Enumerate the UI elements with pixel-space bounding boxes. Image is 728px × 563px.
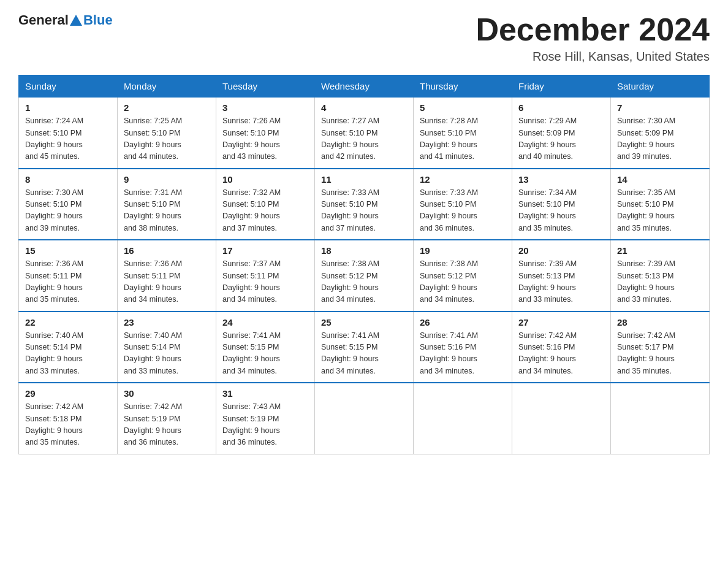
calendar-cell: 21 Sunrise: 7:39 AMSunset: 5:13 PMDaylig… [611,240,710,312]
day-info: Sunrise: 7:42 AMSunset: 5:16 PMDaylight:… [518,331,577,375]
day-number: 24 [222,317,308,327]
calendar-title: December 2024 [476,12,710,47]
day-info: Sunrise: 7:24 AMSunset: 5:10 PMDaylight:… [25,117,83,161]
day-info: Sunrise: 7:37 AMSunset: 5:11 PMDaylight:… [222,259,281,304]
calendar-cell: 30 Sunrise: 7:42 AMSunset: 5:19 PMDaylig… [118,383,216,454]
day-info: Sunrise: 7:35 AMSunset: 5:10 PMDaylight:… [617,188,675,232]
day-header-saturday: Saturday [611,75,710,97]
day-number: 25 [321,317,407,327]
calendar-cell: 7 Sunrise: 7:30 AMSunset: 5:09 PMDayligh… [611,97,710,169]
calendar-week-row: 8 Sunrise: 7:30 AMSunset: 5:10 PMDayligh… [19,169,710,240]
calendar-cell: 16 Sunrise: 7:36 AMSunset: 5:11 PMDaylig… [118,240,216,312]
day-header-tuesday: Tuesday [216,75,315,97]
day-info: Sunrise: 7:42 AMSunset: 5:19 PMDaylight:… [124,402,182,446]
day-number: 29 [25,388,111,399]
logo: General Blue [18,12,113,28]
calendar-cell: 18 Sunrise: 7:38 AMSunset: 5:12 PMDaylig… [315,240,414,312]
day-number: 6 [518,102,604,113]
day-info: Sunrise: 7:39 AMSunset: 5:13 PMDaylight:… [617,259,675,304]
calendar-cell: 4 Sunrise: 7:27 AMSunset: 5:10 PMDayligh… [315,97,414,169]
calendar-cell: 3 Sunrise: 7:26 AMSunset: 5:10 PMDayligh… [216,97,315,169]
day-number: 19 [420,245,506,256]
day-info: Sunrise: 7:40 AMSunset: 5:14 PMDaylight:… [124,331,182,375]
day-info: Sunrise: 7:33 AMSunset: 5:10 PMDaylight:… [420,188,478,232]
day-number: 5 [420,102,506,113]
calendar-cell [512,383,611,454]
day-number: 8 [25,174,111,185]
day-number: 17 [222,245,308,256]
calendar-week-row: 29 Sunrise: 7:42 AMSunset: 5:18 PMDaylig… [19,383,710,454]
day-number: 16 [124,245,210,256]
day-header-thursday: Thursday [414,75,512,97]
calendar-body: 1 Sunrise: 7:24 AMSunset: 5:10 PMDayligh… [19,97,710,454]
day-number: 12 [420,174,506,185]
calendar-cell: 25 Sunrise: 7:41 AMSunset: 5:15 PMDaylig… [315,312,414,383]
calendar-cell: 29 Sunrise: 7:42 AMSunset: 5:18 PMDaylig… [19,383,118,454]
day-header-friday: Friday [512,75,611,97]
day-number: 4 [321,102,407,113]
calendar-cell: 9 Sunrise: 7:31 AMSunset: 5:10 PMDayligh… [118,169,216,240]
calendar-week-row: 1 Sunrise: 7:24 AMSunset: 5:10 PMDayligh… [19,97,710,169]
day-info: Sunrise: 7:39 AMSunset: 5:13 PMDaylight:… [518,259,577,304]
day-info: Sunrise: 7:41 AMSunset: 5:15 PMDaylight:… [222,331,281,375]
day-info: Sunrise: 7:27 AMSunset: 5:10 PMDaylight:… [321,117,379,161]
calendar-week-row: 15 Sunrise: 7:36 AMSunset: 5:11 PMDaylig… [19,240,710,312]
day-info: Sunrise: 7:28 AMSunset: 5:10 PMDaylight:… [420,117,478,161]
logo-general: General [18,12,69,28]
calendar-cell: 2 Sunrise: 7:25 AMSunset: 5:10 PMDayligh… [118,97,216,169]
calendar-header-row: SundayMondayTuesdayWednesdayThursdayFrid… [19,75,710,97]
day-info: Sunrise: 7:25 AMSunset: 5:10 PMDaylight:… [124,117,182,161]
calendar-cell: 8 Sunrise: 7:30 AMSunset: 5:10 PMDayligh… [19,169,118,240]
day-info: Sunrise: 7:30 AMSunset: 5:09 PMDaylight:… [617,117,675,161]
day-number: 2 [124,102,210,113]
calendar-cell: 28 Sunrise: 7:42 AMSunset: 5:17 PMDaylig… [611,312,710,383]
calendar-cell: 23 Sunrise: 7:40 AMSunset: 5:14 PMDaylig… [118,312,216,383]
calendar-cell: 17 Sunrise: 7:37 AMSunset: 5:11 PMDaylig… [216,240,315,312]
day-number: 3 [222,102,308,113]
day-number: 20 [518,245,604,256]
calendar-cell: 12 Sunrise: 7:33 AMSunset: 5:10 PMDaylig… [414,169,512,240]
calendar-cell: 11 Sunrise: 7:33 AMSunset: 5:10 PMDaylig… [315,169,414,240]
day-info: Sunrise: 7:41 AMSunset: 5:15 PMDaylight:… [321,331,379,375]
day-number: 21 [617,245,703,256]
calendar-cell: 5 Sunrise: 7:28 AMSunset: 5:10 PMDayligh… [414,97,512,169]
day-number: 1 [25,102,111,113]
day-number: 10 [222,174,308,185]
calendar-cell [315,383,414,454]
calendar-cell: 6 Sunrise: 7:29 AMSunset: 5:09 PMDayligh… [512,97,611,169]
day-number: 14 [617,174,703,185]
calendar-cell [414,383,512,454]
day-info: Sunrise: 7:43 AMSunset: 5:19 PMDaylight:… [222,402,281,446]
calendar-cell [611,383,710,454]
calendar-cell: 26 Sunrise: 7:41 AMSunset: 5:16 PMDaylig… [414,312,512,383]
day-number: 26 [420,317,506,327]
day-info: Sunrise: 7:29 AMSunset: 5:09 PMDaylight:… [518,117,577,161]
day-info: Sunrise: 7:38 AMSunset: 5:12 PMDaylight:… [420,259,478,304]
page-header: General Blue December 2024 Rose Hill, Ka… [18,12,710,64]
title-section: December 2024 Rose Hill, Kansas, United … [476,12,710,64]
day-info: Sunrise: 7:42 AMSunset: 5:17 PMDaylight:… [617,331,675,375]
calendar-table: SundayMondayTuesdayWednesdayThursdayFrid… [18,75,710,454]
day-number: 18 [321,245,407,256]
calendar-cell: 13 Sunrise: 7:34 AMSunset: 5:10 PMDaylig… [512,169,611,240]
day-info: Sunrise: 7:26 AMSunset: 5:10 PMDaylight:… [222,117,281,161]
logo-triangle-icon [70,15,82,26]
day-info: Sunrise: 7:32 AMSunset: 5:10 PMDaylight:… [222,188,281,232]
day-info: Sunrise: 7:41 AMSunset: 5:16 PMDaylight:… [420,331,478,375]
day-info: Sunrise: 7:36 AMSunset: 5:11 PMDaylight:… [25,259,83,304]
day-number: 9 [124,174,210,185]
day-info: Sunrise: 7:34 AMSunset: 5:10 PMDaylight:… [518,188,577,232]
calendar-cell: 10 Sunrise: 7:32 AMSunset: 5:10 PMDaylig… [216,169,315,240]
calendar-cell: 19 Sunrise: 7:38 AMSunset: 5:12 PMDaylig… [414,240,512,312]
calendar-cell: 24 Sunrise: 7:41 AMSunset: 5:15 PMDaylig… [216,312,315,383]
day-number: 15 [25,245,111,256]
day-number: 11 [321,174,407,185]
day-number: 30 [124,388,210,399]
day-number: 7 [617,102,703,113]
calendar-cell: 20 Sunrise: 7:39 AMSunset: 5:13 PMDaylig… [512,240,611,312]
day-number: 23 [124,317,210,327]
calendar-cell: 27 Sunrise: 7:42 AMSunset: 5:16 PMDaylig… [512,312,611,383]
day-number: 28 [617,317,703,327]
logo-blue: Blue [83,12,113,28]
day-header-sunday: Sunday [19,75,118,97]
